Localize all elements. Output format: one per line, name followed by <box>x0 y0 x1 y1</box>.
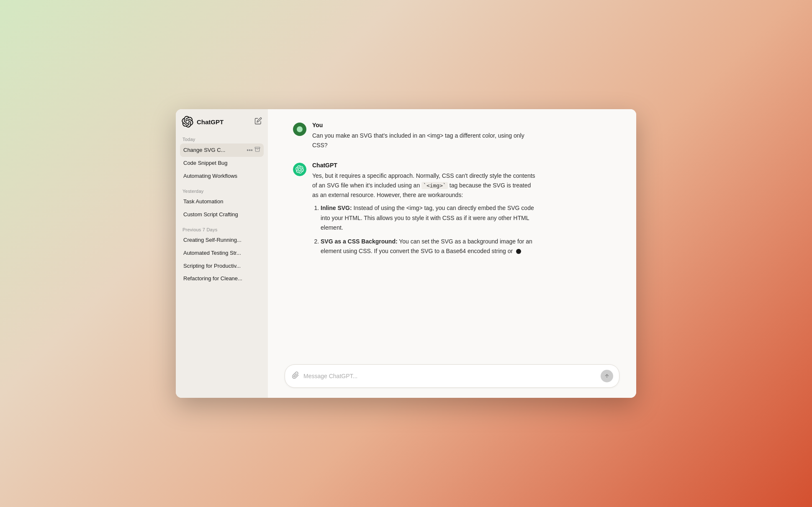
section-label-today: Today <box>180 134 264 143</box>
svg-rect-0 <box>255 147 260 149</box>
sidebar-item-text: Automated Testing Str... <box>183 250 260 257</box>
section-label-previous-7-days: Previous 7 Days <box>180 225 264 234</box>
code-tag: `<img>` <box>421 182 448 189</box>
message-author-you: You <box>312 122 538 128</box>
archive-icon <box>254 146 260 154</box>
input-box <box>285 364 619 388</box>
message-content-gpt: ChatGPT Yes, but it requires a specific … <box>312 162 538 260</box>
gpt-list: Inline SVG: Instead of using the <img> t… <box>312 203 538 256</box>
sidebar-item-text: Task Automation <box>183 198 260 205</box>
message-input[interactable] <box>303 373 596 379</box>
sidebar-item-text: Scripting for Productiv... <box>183 263 260 270</box>
sidebar: ChatGPT Today Change SVG C... ••• <box>176 109 268 398</box>
sidebar-item-refactoring[interactable]: Refactoring for Cleane... <box>180 272 264 285</box>
gpt-intro-text: Yes, but it requires a specific approach… <box>312 171 538 200</box>
sidebar-item-text: Refactoring for Cleane... <box>183 275 260 282</box>
sidebar-item-text: Creating Self-Running... <box>183 237 260 244</box>
list-item-1-body: Instead of using the <img> tag, you can … <box>321 205 534 230</box>
sidebar-section-yesterday: Yesterday Task Automation Custom Script … <box>176 186 268 221</box>
main-content: You Can you make an SVG that's included … <box>268 109 636 398</box>
sidebar-item-custom-script[interactable]: Custom Script Crafting <box>180 208 264 221</box>
list-item-1: Inline SVG: Instead of using the <img> t… <box>321 203 538 232</box>
chatgpt-logo-icon <box>182 116 193 128</box>
sidebar-section-today: Today Change SVG C... ••• Code Snippet B… <box>176 134 268 183</box>
message-text-gpt: Yes, but it requires a specific approach… <box>312 171 538 256</box>
attach-icon[interactable] <box>292 371 299 381</box>
dots-icon: ••• <box>247 146 253 154</box>
sidebar-logo: ChatGPT <box>182 116 224 128</box>
message-text-user: Can you make an SVG that's included in a… <box>312 131 538 150</box>
sidebar-item-creating-self[interactable]: Creating Self-Running... <box>180 234 264 247</box>
loading-dot-indicator <box>516 249 521 254</box>
sidebar-item-task-automation[interactable]: Task Automation <box>180 195 264 208</box>
avatar-gpt <box>293 163 306 176</box>
sidebar-item-automating[interactable]: Automating Workflows <box>180 170 264 183</box>
message-author-gpt: ChatGPT <box>312 162 538 169</box>
list-item-2-title: SVG as a CSS Background: <box>321 238 398 245</box>
sidebar-item-text: Code Snippet Bug <box>183 160 260 167</box>
message-user: You Can you make an SVG that's included … <box>293 122 611 150</box>
sidebar-item-automated-testing[interactable]: Automated Testing Str... <box>180 247 264 260</box>
sidebar-item-actions: ••• <box>247 146 260 154</box>
message-content-user: You Can you make an SVG that's included … <box>312 122 538 150</box>
sidebar-item-scripting-prod[interactable]: Scripting for Productiv... <box>180 260 264 273</box>
list-item-1-title: Inline SVG: <box>321 205 352 211</box>
avatar-user-inner <box>297 126 303 132</box>
sidebar-header: ChatGPT <box>176 116 268 134</box>
app-title: ChatGPT <box>197 118 224 125</box>
list-item-2: SVG as a CSS Background: You can set the… <box>321 237 538 256</box>
send-button[interactable] <box>601 370 613 382</box>
sidebar-item-text: Custom Script Crafting <box>183 211 260 218</box>
sidebar-item-text: Automating Workflows <box>183 173 260 180</box>
sidebar-item-change-svg[interactable]: Change SVG C... ••• <box>180 143 264 157</box>
sidebar-item-text: Change SVG C... <box>183 147 247 154</box>
message-gpt: ChatGPT Yes, but it requires a specific … <box>293 162 611 260</box>
sidebar-section-previous-7-days: Previous 7 Days Creating Self-Running...… <box>176 225 268 286</box>
messages-container: You Can you make an SVG that's included … <box>268 109 636 358</box>
sidebar-item-code-snippet[interactable]: Code Snippet Bug <box>180 157 264 170</box>
app-window: ChatGPT Today Change SVG C... ••• <box>176 109 636 398</box>
new-chat-button[interactable] <box>254 117 262 126</box>
avatar-user <box>293 123 306 136</box>
section-label-yesterday: Yesterday <box>180 186 264 195</box>
input-area <box>268 358 636 398</box>
